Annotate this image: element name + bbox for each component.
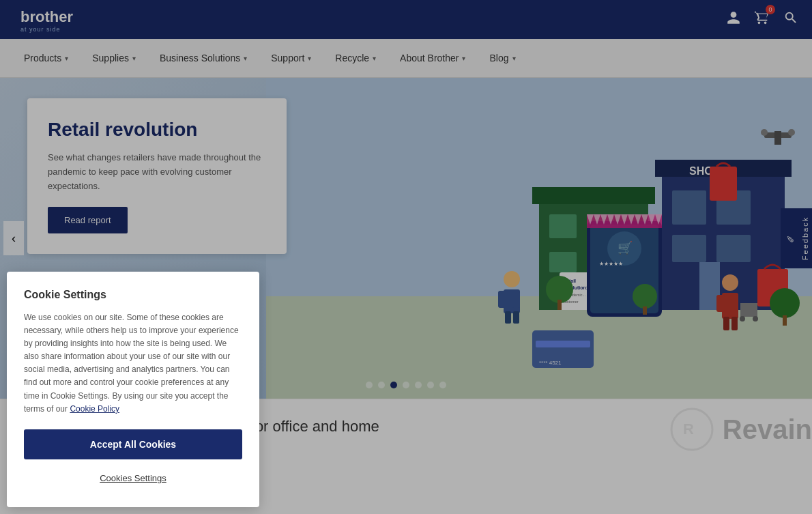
cookie-settings-button[interactable]: Cookies Settings: [24, 466, 242, 490]
cookie-modal: Cookie Settings We use cookies on our si…: [7, 272, 259, 508]
cookie-policy-link[interactable]: Cookie Policy: [70, 404, 119, 414]
cookie-body-text: We use cookies on our site. Some of thes…: [24, 311, 242, 416]
accept-cookies-button[interactable]: Accept All Cookies: [24, 429, 242, 459]
cookie-title: Cookie Settings: [24, 289, 242, 301]
